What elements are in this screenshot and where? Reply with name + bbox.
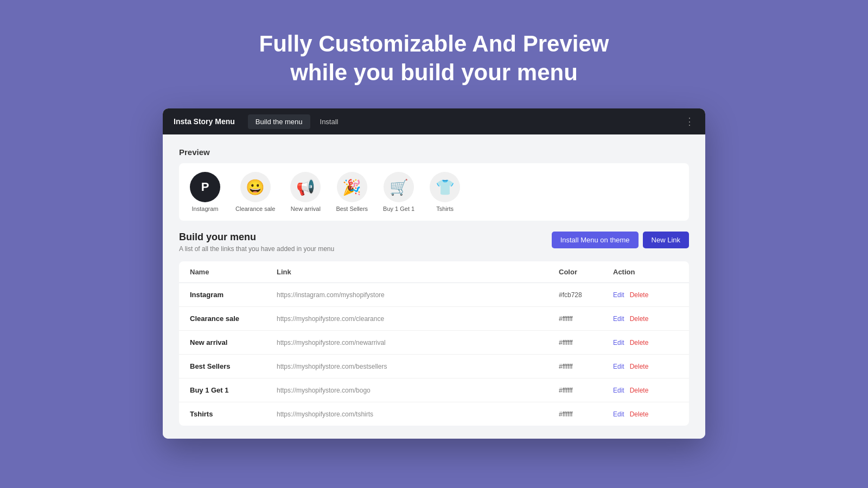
- delete-button-2[interactable]: Delete: [630, 339, 649, 346]
- preview-icon-tshirts: 👕: [430, 172, 460, 202]
- edit-button-5[interactable]: Edit: [613, 410, 624, 418]
- row-name-3: Best Sellers: [190, 362, 277, 370]
- nav-brand: Insta Story Menu: [174, 117, 235, 126]
- row-name-0: Instagram: [190, 291, 277, 299]
- btn-group: Install Menu on theme New Link: [552, 232, 689, 248]
- preview-item-tshirts: 👕 Tshirts: [430, 172, 460, 212]
- preview-icon-newarrival: 📢: [290, 172, 321, 202]
- row-link-2: https://myshopifystore.com/newarrival: [277, 339, 559, 346]
- content-area: Preview P Instagram 😀 Clearance sale: [163, 134, 705, 439]
- row-name-2: New arrival: [190, 338, 277, 346]
- build-section-header: Build your menu A list of all the links …: [179, 232, 689, 253]
- nav-tabs: Build the menu Install: [248, 114, 685, 129]
- row-actions-5: Edit Delete: [613, 410, 678, 418]
- tab-install[interactable]: Install: [312, 114, 346, 129]
- table-row: New arrival https://myshopifystore.com/n…: [179, 331, 689, 355]
- edit-button-1[interactable]: Edit: [613, 315, 624, 323]
- preview-icon-bogo: 🛒: [384, 172, 414, 202]
- preview-item-clearance: 😀 Clearance sale: [235, 172, 275, 212]
- preview-item-instagram: P Instagram: [190, 172, 220, 212]
- row-color-1: #ffffff: [559, 315, 613, 323]
- col-header-color: Color: [559, 268, 613, 276]
- delete-button-0[interactable]: Delete: [630, 291, 649, 299]
- row-link-0: https://instagram.com/myshopifystore: [277, 291, 559, 299]
- build-info: Build your menu A list of all the links …: [179, 232, 334, 253]
- table-row: Clearance sale https://myshopifystore.co…: [179, 307, 689, 331]
- preview-label-bogo: Buy 1 Get 1: [383, 206, 414, 212]
- row-link-1: https://myshopifystore.com/clearance: [277, 315, 559, 323]
- edit-button-2[interactable]: Edit: [613, 339, 624, 346]
- build-title: Build your menu: [179, 232, 334, 243]
- row-color-3: #ffffff: [559, 363, 613, 370]
- row-name-1: Clearance sale: [190, 314, 277, 323]
- preview-label-clearance: Clearance sale: [235, 206, 275, 212]
- delete-button-4[interactable]: Delete: [630, 387, 649, 394]
- install-menu-button[interactable]: Install Menu on theme: [552, 232, 639, 248]
- col-header-action: Action: [613, 268, 678, 276]
- row-color-4: #ffffff: [559, 387, 613, 394]
- row-actions-3: Edit Delete: [613, 363, 678, 370]
- delete-button-5[interactable]: Delete: [630, 410, 649, 418]
- row-color-2: #ffffff: [559, 339, 613, 346]
- edit-button-4[interactable]: Edit: [613, 387, 624, 394]
- delete-button-1[interactable]: Delete: [630, 315, 649, 323]
- table-row: Instagram https://instagram.com/myshopif…: [179, 283, 689, 307]
- preview-icon-bestsellers: 🎉: [337, 172, 367, 202]
- preview-item-bogo: 🛒 Buy 1 Get 1: [383, 172, 414, 212]
- new-link-button[interactable]: New Link: [643, 232, 689, 248]
- row-actions-1: Edit Delete: [613, 315, 678, 323]
- table-row: Buy 1 Get 1 https://myshopifystore.com/b…: [179, 378, 689, 402]
- preview-section: Preview P Instagram 😀 Clearance sale: [179, 147, 689, 221]
- build-subtitle: A list of all the links that you have ad…: [179, 245, 334, 253]
- col-header-link: Link: [277, 268, 559, 276]
- preview-label-instagram: Instagram: [192, 206, 219, 212]
- preview-item-bestsellers: 🎉 Best Sellers: [336, 172, 368, 212]
- preview-carousel: P Instagram 😀 Clearance sale 📢 New arriv…: [179, 163, 689, 221]
- hero-title: Fully Customizable And Preview while you…: [259, 0, 609, 87]
- row-name-4: Buy 1 Get 1: [190, 386, 277, 394]
- row-actions-2: Edit Delete: [613, 339, 678, 346]
- table-row: Best Sellers https://myshopifystore.com/…: [179, 355, 689, 378]
- row-link-5: https://myshopifystore.com/tshirts: [277, 410, 559, 418]
- preview-title: Preview: [179, 147, 689, 157]
- edit-button-3[interactable]: Edit: [613, 363, 624, 370]
- table-row: Tshirts https://myshopifystore.com/tshir…: [179, 402, 689, 426]
- row-color-5: #ffffff: [559, 410, 613, 418]
- row-link-3: https://myshopifystore.com/bestsellers: [277, 363, 559, 370]
- tab-build-menu[interactable]: Build the menu: [248, 114, 310, 129]
- row-actions-4: Edit Delete: [613, 387, 678, 394]
- preview-label-tshirts: Tshirts: [436, 206, 454, 212]
- row-actions-0: Edit Delete: [613, 291, 678, 299]
- preview-item-newarrival: 📢 New arrival: [290, 172, 321, 212]
- edit-button-0[interactable]: Edit: [613, 291, 624, 299]
- preview-icon-instagram: P: [190, 172, 220, 202]
- preview-icon-clearance: 😀: [240, 172, 271, 202]
- row-link-4: https://myshopifystore.com/bogo: [277, 387, 559, 394]
- app-window: Insta Story Menu Build the menu Install …: [163, 108, 705, 439]
- delete-button-3[interactable]: Delete: [630, 363, 649, 370]
- preview-label-bestsellers: Best Sellers: [336, 206, 368, 212]
- more-options-icon[interactable]: ⋮: [685, 115, 694, 127]
- preview-label-newarrival: New arrival: [291, 206, 321, 212]
- row-color-0: #fcb728: [559, 291, 613, 299]
- table-header: Name Link Color Action: [179, 261, 689, 283]
- nav-bar: Insta Story Menu Build the menu Install …: [163, 108, 705, 134]
- col-header-name: Name: [190, 268, 277, 276]
- row-name-5: Tshirts: [190, 410, 277, 418]
- menu-table: Name Link Color Action Instagram https:/…: [179, 261, 689, 426]
